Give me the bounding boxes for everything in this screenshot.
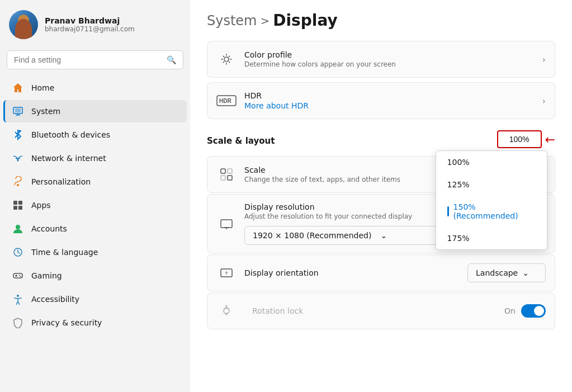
user-info: Pranav Bhardwaj bhardwaj0711@gmail.com [45,16,135,33]
rotation-lock-toggle[interactable] [521,304,546,318]
hdr-chevron: › [542,96,546,106]
orientation-chevron-icon: ⌄ [522,268,529,277]
scale-dropdown-menu: 100% 125% 150% (Recommended) 175% [436,150,547,250]
svg-rect-2 [16,115,20,116]
svg-rect-25 [221,220,232,228]
scale-option-150-label: 150% (Recommended) [453,202,536,220]
sidebar-item-personalization[interactable]: Personalization [3,171,187,193]
sidebar-label-accounts: Accounts [31,224,67,233]
hdr-card[interactable]: HDR HDR More about HDR › [207,82,555,119]
sidebar-item-system[interactable]: System [3,100,187,122]
resolution-current: 1920 × 1080 (Recommended) [253,231,371,240]
hdr-icon: HDR [216,91,237,111]
sidebar-label-privacy: Privacy & security [31,318,102,327]
scale-layout-section: Scale & layout 100% 100% 125% [207,127,555,329]
hdr-text: HDR More about HDR [244,91,542,111]
svg-rect-6 [13,201,17,205]
sidebar-item-home[interactable]: Home [3,77,187,99]
scale-option-175-label: 175% [447,234,470,243]
svg-rect-22 [228,176,232,180]
accounts-icon [12,223,23,234]
svg-rect-23 [221,176,225,180]
sidebar-label-bluetooth: Bluetooth & devices [31,130,110,139]
search-input[interactable] [14,55,162,64]
selected-indicator [447,206,449,216]
scale-icon [216,164,237,185]
resolution-chevron-icon: ⌄ [380,231,387,240]
svg-rect-9 [18,206,22,210]
sidebar-item-privacy[interactable]: Privacy & security [3,311,187,334]
scale-layout-label: Scale & layout [207,136,275,146]
bluetooth-icon [12,129,23,140]
color-profile-card[interactable]: Color profile Determine how colors appea… [207,41,555,78]
sidebar: Pranav Bhardwaj bhardwaj0711@gmail.com 🔍… [0,0,190,392]
rotation-lock-icon [216,301,237,321]
red-arrow-indicator: ← [545,133,555,147]
scale-option-125-label: 125% [447,180,470,189]
apps-icon [12,200,23,211]
orientation-current: Landscape [476,268,518,277]
color-profile-desc: Determine how colors appear on your scre… [244,60,542,68]
scale-option-100[interactable]: 100% [436,151,547,173]
svg-rect-12 [13,273,22,278]
svg-rect-3 [17,114,18,115]
time-icon [12,247,23,258]
sidebar-label-time: Time & language [31,248,98,257]
svg-rect-21 [221,169,225,173]
svg-rect-1 [15,108,21,112]
color-profile-title: Color profile [244,50,542,59]
sidebar-item-apps[interactable]: Apps [3,194,187,216]
main-content: System > Display Color profile Determine… [190,0,572,392]
sidebar-label-gaming: Gaming [31,271,62,280]
sidebar-label-personalization: Personalization [31,177,91,186]
sidebar-item-accessibility[interactable]: Accessibility [3,288,187,310]
sidebar-item-bluetooth[interactable]: Bluetooth & devices [3,124,187,146]
breadcrumb-separator: > [261,14,270,27]
sidebar-label-apps: Apps [31,201,51,210]
search-icon: 🔍 [167,55,176,64]
rotation-lock-right: On [504,304,546,318]
svg-rect-30 [225,313,228,315]
sidebar-item-network[interactable]: Network & internet [3,147,187,169]
orientation-select[interactable]: Landscape ⌄ [467,263,546,282]
breadcrumb: System > Display [207,11,555,30]
user-profile: Pranav Bhardwaj bhardwaj0711@gmail.com [0,0,190,48]
orientation-card[interactable]: Display orientation Landscape ⌄ [207,254,555,291]
svg-point-15 [19,275,20,276]
nav-items: Home System Bluetooth & devices Network … [0,76,190,392]
home-icon [12,82,23,93]
personalization-icon [12,176,23,187]
avatar [9,10,38,39]
svg-point-17 [17,295,19,297]
hdr-link[interactable]: More about HDR [244,101,309,110]
scale-dropdown-container: 100% 100% 125% 150% (Recommended) [497,130,555,148]
rotation-lock-left: Rotation lock [216,301,303,321]
search-box[interactable]: 🔍 [7,50,183,69]
svg-point-18 [224,57,229,62]
scale-option-100-label: 100% [447,158,470,167]
user-name: Pranav Bhardwaj [45,16,135,25]
gaming-icon [12,270,23,281]
sidebar-label-network: Network & internet [31,154,106,163]
scale-option-125[interactable]: 125% [436,173,547,196]
sidebar-item-time[interactable]: Time & language [3,241,187,263]
orientation-title: Display orientation [244,268,467,277]
svg-rect-8 [13,206,17,210]
settings-list: Color profile Determine how colors appea… [207,41,555,329]
system-icon [12,106,23,117]
svg-point-5 [17,184,19,186]
svg-text:HDR: HDR [219,98,231,104]
rotation-lock-card: Rotation lock On [207,292,555,329]
svg-point-10 [16,225,20,229]
user-email: bhardwaj0711@gmail.com [45,25,135,33]
toggle-knob [534,306,544,316]
color-profile-text: Color profile Determine how colors appea… [244,50,542,68]
scale-option-150[interactable]: 150% (Recommended) [436,196,547,227]
sidebar-label-accessibility: Accessibility [31,295,79,304]
hdr-title: HDR [244,91,542,100]
sidebar-item-gaming[interactable]: Gaming [3,265,187,287]
sidebar-label-system: System [31,107,60,116]
sidebar-item-accounts[interactable]: Accounts [3,218,187,240]
scale-value-button[interactable]: 100% [497,130,542,148]
scale-option-175[interactable]: 175% [436,227,547,249]
